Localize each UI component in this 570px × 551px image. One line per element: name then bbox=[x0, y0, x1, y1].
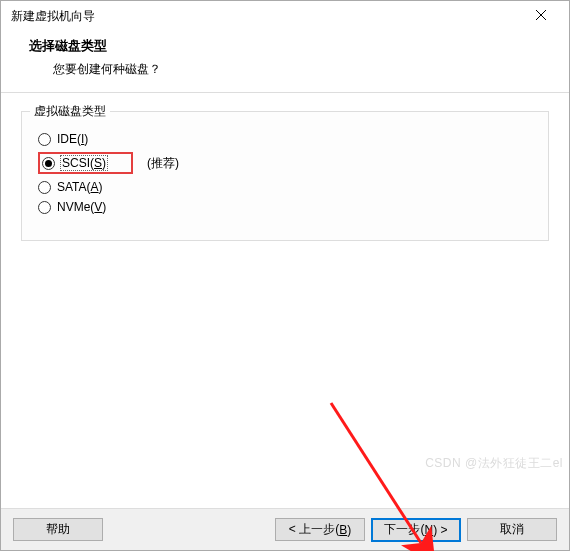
radio-sata[interactable] bbox=[38, 181, 51, 194]
radio-ide[interactable] bbox=[38, 133, 51, 146]
radio-scsi[interactable] bbox=[42, 157, 55, 170]
watermark-text: CSDN @法外狂徒王二el bbox=[425, 455, 563, 472]
scsi-highlight-box: SCSI(S) bbox=[38, 152, 133, 174]
close-button[interactable] bbox=[521, 2, 561, 30]
wizard-header: 选择磁盘类型 您要创建何种磁盘？ bbox=[1, 31, 569, 93]
wizard-footer: 帮助 < 上一步(B) 下一步(N) > 取消 bbox=[1, 508, 569, 550]
recommended-label: (推荐) bbox=[147, 155, 179, 172]
back-button[interactable]: < 上一步(B) bbox=[275, 518, 365, 541]
cancel-button[interactable]: 取消 bbox=[467, 518, 557, 541]
titlebar: 新建虚拟机向导 bbox=[1, 1, 569, 31]
radio-label-nvme[interactable]: NVMe(V) bbox=[57, 200, 106, 214]
radio-row-ide: IDE(I) bbox=[38, 132, 532, 146]
radio-row-nvme: NVMe(V) bbox=[38, 200, 532, 214]
disk-type-fieldset: 虚拟磁盘类型 IDE(I) SCSI(S) (推荐) SATA(A) NVMe(… bbox=[21, 111, 549, 241]
help-button[interactable]: 帮助 bbox=[13, 518, 103, 541]
close-icon bbox=[536, 9, 546, 23]
radio-row-scsi: SCSI(S) (推荐) bbox=[38, 152, 532, 174]
window-title: 新建虚拟机向导 bbox=[11, 8, 521, 25]
radio-label-ide[interactable]: IDE(I) bbox=[57, 132, 88, 146]
header-title: 选择磁盘类型 bbox=[29, 37, 555, 55]
radio-label-scsi[interactable]: SCSI(S) bbox=[61, 156, 107, 170]
wizard-content: 虚拟磁盘类型 IDE(I) SCSI(S) (推荐) SATA(A) NVMe(… bbox=[1, 93, 569, 508]
fieldset-legend: 虚拟磁盘类型 bbox=[30, 103, 110, 120]
radio-nvme[interactable] bbox=[38, 201, 51, 214]
radio-label-sata[interactable]: SATA(A) bbox=[57, 180, 103, 194]
header-subtitle: 您要创建何种磁盘？ bbox=[53, 61, 555, 78]
wizard-window: 新建虚拟机向导 选择磁盘类型 您要创建何种磁盘？ 虚拟磁盘类型 IDE(I) S… bbox=[0, 0, 570, 551]
next-button[interactable]: 下一步(N) > bbox=[371, 518, 461, 542]
radio-row-sata: SATA(A) bbox=[38, 180, 532, 194]
